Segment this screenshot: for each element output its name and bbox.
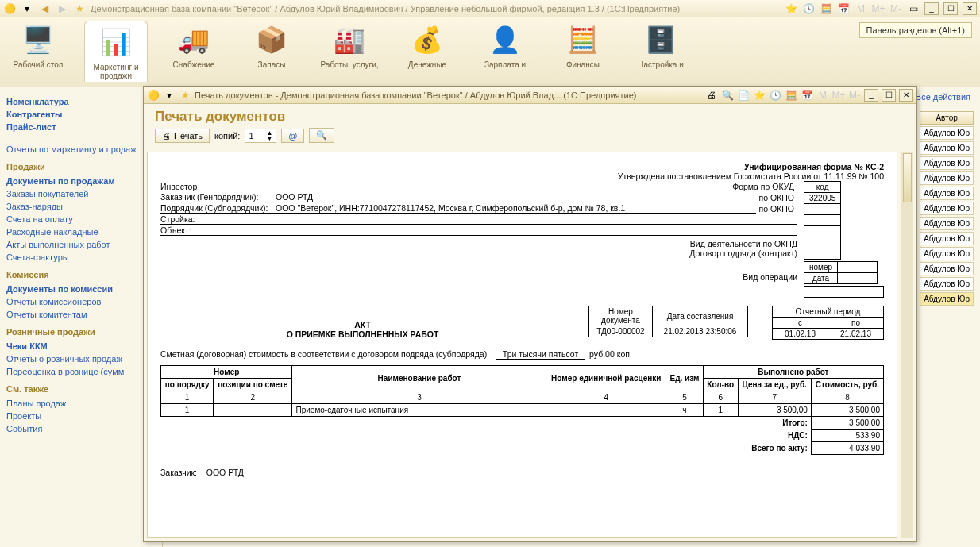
build-label: Стройка:	[160, 214, 276, 224]
customer-value: ООО РТД	[276, 192, 756, 202]
nav-work-orders[interactable]: Заказ-наряды	[6, 200, 156, 213]
history-icon[interactable]: 🕓	[802, 2, 815, 15]
nav-events[interactable]: События	[6, 422, 156, 435]
mplus-icon[interactable]: M+	[832, 89, 845, 102]
nav-retail-reval[interactable]: Переоценка в рознице (сумм	[6, 365, 156, 378]
codes-table: код 322005	[804, 181, 841, 260]
nav-marketing-reports[interactable]: Отчеты по маркетингу и продаж	[6, 143, 156, 156]
nav-pricelist[interactable]: Прайс-лист	[6, 121, 156, 133]
col-author[interactable]: Автор	[920, 111, 974, 125]
database-icon: 🗄️	[642, 21, 680, 59]
form-title: Унифицированная форма № КС-2	[160, 162, 884, 171]
table-row[interactable]: Абдулов Юр	[920, 202, 974, 215]
all-actions-link[interactable]: Все действия	[916, 92, 970, 102]
dropdown-icon[interactable]: ▾	[21, 2, 33, 15]
calendar-icon[interactable]: 📅	[801, 89, 813, 102]
m-icon[interactable]: M	[816, 89, 829, 102]
nav-retail-reports[interactable]: Отчеты о розничных продаж	[6, 352, 156, 365]
favorite-icon[interactable]: ★	[179, 89, 191, 102]
investor-label: Инвестор	[160, 182, 276, 191]
m-icon[interactable]: M	[855, 2, 867, 15]
table-row[interactable]: Абдулов Юр	[920, 126, 974, 140]
inner-maximize-button[interactable]: ☐	[882, 89, 896, 102]
nav-fwd-icon[interactable]: ▶	[56, 2, 68, 15]
section-money[interactable]: 💰Денежные	[395, 21, 459, 69]
chart-icon: 📊	[97, 23, 135, 61]
table-row[interactable]: Абдулов Юр	[920, 187, 974, 200]
search-button[interactable]: 🔍	[309, 128, 334, 143]
history-icon[interactable]: 🕓	[769, 89, 781, 102]
table-row-selected[interactable]: Абдулов Юр	[920, 292, 974, 306]
nav-counterparties[interactable]: Контрагенты	[6, 108, 156, 121]
calc-icon[interactable]: 🧮	[785, 89, 797, 102]
print-button[interactable]: 🖨 Печать	[155, 129, 210, 143]
nav-customer-orders[interactable]: Заказы покупателей	[6, 187, 156, 200]
favorite-icon[interactable]: ★	[73, 2, 86, 15]
nav-nomenclature[interactable]: Номенклатура	[6, 95, 156, 108]
nav-projects[interactable]: Проекты	[6, 410, 156, 422]
nav-shipments[interactable]: Расходные накладные	[6, 225, 156, 238]
dropdown-icon[interactable]: ▾	[163, 89, 176, 102]
table-row[interactable]: Абдулов Юр	[920, 156, 974, 170]
fav-add-icon[interactable]: ⭐	[753, 89, 766, 102]
section-marketing[interactable]: 📊Маркетинг и продажи	[84, 21, 148, 82]
search-icon: 🔍	[316, 130, 327, 141]
object-label: Объект:	[160, 225, 276, 235]
okpo-label2: по ОКПО	[756, 204, 797, 214]
print-header: Печать документов	[144, 104, 916, 126]
table-row[interactable]: Абдулов Юр	[920, 141, 974, 155]
contract-label: Договор подряда (контракт)	[689, 248, 797, 258]
total-all-label: Всего по акту:	[161, 442, 812, 455]
total-nds-value: 533,90	[811, 430, 883, 442]
nav-invoices-tax[interactable]: Счета-фактуры	[6, 251, 156, 264]
mminus-icon[interactable]: M-	[848, 89, 861, 102]
fav-add-icon[interactable]: ⭐	[785, 2, 797, 15]
inner-minimize-button[interactable]: _	[864, 89, 878, 102]
main-minimize-button[interactable]: _	[924, 2, 939, 15]
nav-principal-reports[interactable]: Отчеты комитентам	[6, 308, 156, 321]
section-settings[interactable]: 🗄️Настройка и	[629, 21, 693, 69]
calc-icon[interactable]: 🧮	[820, 2, 832, 15]
nav-sales-docs[interactable]: Документы по продажам	[6, 175, 156, 187]
toolbar-menu-icon[interactable]: ▭	[907, 2, 920, 15]
nav-group-sales: Продажи	[6, 162, 156, 171]
nav-commissioner-reports[interactable]: Отчеты комиссионеров	[6, 295, 156, 308]
section-stock[interactable]: 📦Запасы	[240, 21, 303, 69]
mminus-icon[interactable]: M-	[889, 2, 902, 15]
main-maximize-button[interactable]: ☐	[943, 2, 958, 15]
table-row[interactable]: Абдулов Юр	[920, 232, 974, 245]
table-row[interactable]: Абдулов Юр	[920, 277, 974, 291]
nav-kkm[interactable]: Чеки ККМ	[6, 340, 156, 352]
section-finance[interactable]: 🧮Финансы	[551, 21, 615, 69]
work-name: Приемо-сдаточные испытания	[292, 404, 546, 417]
nav-acts[interactable]: Акты выполненных работ	[6, 238, 156, 251]
nav-back-icon[interactable]: ◀	[38, 2, 51, 15]
copies-input[interactable]: 1▲▼	[245, 129, 276, 143]
op-cell	[804, 286, 884, 298]
print-window-titlebar[interactable]: 🟡 ▾ ★ Печать документов - Демонстрационн…	[144, 87, 916, 104]
section-supply[interactable]: 🚚Снабжение	[162, 21, 226, 69]
app-logo-icon: 🟡	[3, 2, 16, 15]
mplus-icon[interactable]: M+	[872, 2, 885, 15]
table-row[interactable]: Абдулов Юр	[920, 262, 974, 275]
section-works[interactable]: 🏭Работы, услуги,	[318, 21, 381, 69]
page-icon[interactable]: 📄	[737, 89, 750, 102]
act-title1: АКТ	[160, 320, 565, 329]
inner-close-button[interactable]: ✕	[899, 89, 913, 102]
section-desktop[interactable]: 🖥️Рабочий стол	[6, 21, 70, 69]
table-row[interactable]: Абдулов Юр	[920, 171, 974, 185]
email-button[interactable]: @	[281, 129, 304, 143]
vertical-scrollbar[interactable]	[901, 152, 913, 538]
calendar-icon[interactable]: 📅	[837, 2, 850, 15]
table-row[interactable]: Абдулов Юр	[920, 247, 974, 260]
nav-invoices[interactable]: Счета на оплату	[6, 213, 156, 225]
nav-sales-plans[interactable]: Планы продаж	[6, 397, 156, 410]
main-close-button[interactable]: ✕	[963, 2, 977, 15]
table-row[interactable]: Абдулов Юр	[920, 217, 974, 230]
preview-icon[interactable]: 🔍	[721, 89, 734, 102]
table-row: 1 Приемо-сдаточные испытания ч 1 3 500,0…	[161, 404, 884, 417]
document-preview[interactable]: Унифицированная форма № КС-2 Утверждена …	[147, 152, 897, 538]
section-salary[interactable]: 👤Зарплата и	[473, 21, 537, 69]
nav-commission-docs[interactable]: Документы по комиссии	[6, 283, 156, 295]
print-icon[interactable]: 🖨	[705, 89, 718, 102]
